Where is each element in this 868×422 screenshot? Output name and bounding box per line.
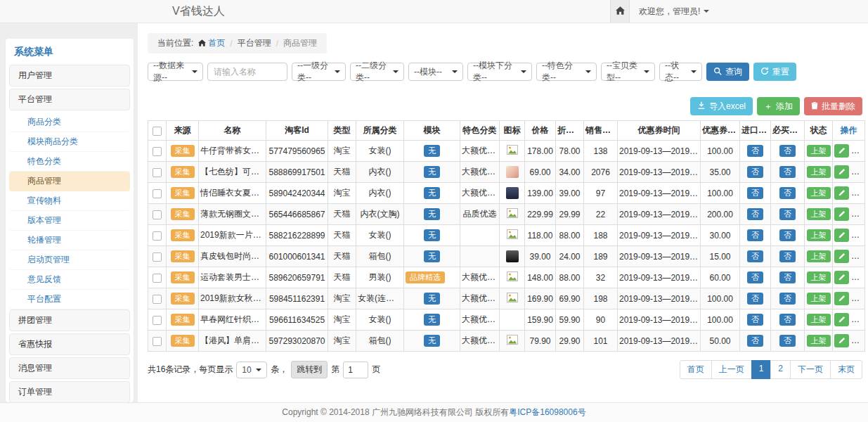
row-checkbox[interactable] <box>153 316 162 325</box>
must-buy-toggle[interactable]: 否 <box>779 208 796 220</box>
user-menu[interactable]: 欢迎您，管理员! <box>630 0 709 23</box>
edit-button[interactable] <box>834 292 849 305</box>
sidebar-item-carousel-management[interactable]: 轮播管理 <box>9 231 130 250</box>
edit-button[interactable] <box>834 144 849 158</box>
must-buy-toggle[interactable]: 否 <box>779 145 796 157</box>
filter-select-item-type[interactable]: --宝贝类型-- <box>601 63 655 81</box>
table-actions: 导入excel ＋ 添加 批量删除 <box>148 97 862 115</box>
row-checkbox[interactable] <box>153 295 162 304</box>
per-page-select[interactable]: 10 <box>236 362 267 378</box>
sidebar-item-feedback[interactable]: 意见反馈 <box>9 270 130 290</box>
must-buy-toggle[interactable]: 否 <box>779 250 796 262</box>
sidebar-item-splash-page-management[interactable]: 启动页管理 <box>9 250 130 270</box>
sidebar-item-group-buy-management[interactable]: 拼团管理 <box>9 309 130 331</box>
sidebar-item-special-category[interactable]: 特色分类 <box>9 152 130 172</box>
edit-button[interactable] <box>834 334 849 347</box>
pager-last[interactable]: 末页 <box>830 360 862 379</box>
sidebar-item-platform-config[interactable]: 平台配置 <box>9 290 130 309</box>
edit-button[interactable] <box>834 250 849 263</box>
row-select-cell <box>148 331 167 352</box>
pager-page-1[interactable]: 1 <box>751 360 772 379</box>
sidebar-item-user-management[interactable]: 用户管理 <box>9 65 130 87</box>
filter-select-label: --二级分类-- <box>356 60 389 84</box>
page-number-input[interactable] <box>343 362 368 378</box>
imported-toggle[interactable]: 否 <box>747 314 763 326</box>
row-checkbox[interactable] <box>153 210 162 219</box>
import-excel-button[interactable]: 导入excel <box>690 97 753 115</box>
row-checkbox[interactable] <box>153 168 162 177</box>
must-buy-toggle[interactable]: 否 <box>779 271 796 283</box>
pager-first[interactable]: 首页 <box>680 360 712 379</box>
status-badge[interactable]: 上架 <box>807 229 831 241</box>
row-checkbox[interactable] <box>153 337 162 346</box>
imported-toggle[interactable]: 否 <box>747 145 763 157</box>
imported-toggle[interactable]: 否 <box>747 187 763 199</box>
imported-toggle[interactable]: 否 <box>747 271 763 283</box>
add-button[interactable]: ＋ 添加 <box>757 97 800 115</box>
imported-toggle[interactable]: 否 <box>747 293 763 305</box>
edit-button[interactable] <box>834 271 849 284</box>
name-search-input[interactable] <box>207 63 287 81</box>
select-all-checkbox[interactable] <box>153 127 162 136</box>
edit-button[interactable] <box>834 165 849 179</box>
status-badge[interactable]: 上架 <box>807 187 831 199</box>
sidebar-item-goods-category[interactable]: 商品分类 <box>9 113 130 132</box>
pager-prev[interactable]: 上一页 <box>711 360 752 379</box>
sidebar-item-saving-express[interactable]: 省惠快报 <box>9 333 130 355</box>
edit-button[interactable] <box>834 207 849 221</box>
imported-toggle[interactable]: 否 <box>747 166 763 178</box>
sidebar-item-platform-management[interactable]: 平台管理 <box>9 89 130 110</box>
filter-select-module[interactable]: --模块-- <box>408 63 463 81</box>
jump-button[interactable]: 跳转到 <box>291 361 328 378</box>
status-badge[interactable]: 上架 <box>807 250 831 262</box>
status-badge[interactable]: 上架 <box>807 335 831 347</box>
sidebar-item-order-management[interactable]: 订单管理 <box>9 381 130 402</box>
status-badge[interactable]: 上架 <box>807 166 831 178</box>
status-badge[interactable]: 上架 <box>807 293 831 305</box>
imported-toggle[interactable]: 否 <box>747 208 763 220</box>
pager-page-2[interactable]: 2 <box>770 360 791 379</box>
sidebar-item-message-management[interactable]: 消息管理 <box>9 357 130 379</box>
must-buy-toggle[interactable]: 否 <box>779 335 796 347</box>
row-checkbox[interactable] <box>153 274 162 283</box>
row-checkbox[interactable] <box>153 147 162 156</box>
batch-delete-button[interactable]: 批量删除 <box>804 97 862 115</box>
module-badge: 品牌精选 <box>406 271 445 283</box>
row-checkbox[interactable] <box>153 231 162 241</box>
sidebar-item-module-goods-category[interactable]: 模块商品分类 <box>9 132 130 152</box>
status-badge[interactable]: 上架 <box>807 208 831 220</box>
coupon-time-cell: 2019-09-13—2019-09-18 <box>618 162 701 183</box>
icp-link[interactable]: 粤ICP备16098006号 <box>509 407 585 418</box>
status-badge[interactable]: 上架 <box>807 145 831 157</box>
status-badge[interactable]: 上架 <box>807 314 831 326</box>
reset-button[interactable]: 重置 <box>753 63 796 81</box>
row-checkbox[interactable] <box>153 189 162 198</box>
edit-button[interactable] <box>834 186 849 200</box>
filter-select-special-category[interactable]: --特色分类-- <box>536 63 597 81</box>
must-buy-toggle[interactable]: 否 <box>779 314 796 326</box>
sidebar-item-goods-management[interactable]: 商品管理 <box>9 172 130 191</box>
must-buy-toggle[interactable]: 否 <box>779 229 796 241</box>
imported-toggle[interactable]: 否 <box>747 335 763 347</box>
edit-button[interactable] <box>834 313 849 326</box>
filter-select-level1-category[interactable]: --一级分类-- <box>292 63 346 81</box>
breadcrumb-home-link[interactable]: 首页 <box>198 37 225 49</box>
col-header-coupon-time: 优惠券时间 <box>618 121 701 141</box>
filter-select-data-source[interactable]: --数据来源-- <box>148 63 203 81</box>
edit-button[interactable] <box>834 229 849 242</box>
imported-toggle[interactable]: 否 <box>747 229 763 241</box>
must-buy-toggle[interactable]: 否 <box>779 293 796 305</box>
filter-select-status[interactable]: --状态-- <box>659 63 702 81</box>
must-buy-toggle[interactable]: 否 <box>779 187 796 199</box>
status-badge[interactable]: 上架 <box>807 271 831 283</box>
imported-toggle[interactable]: 否 <box>747 250 763 262</box>
sidebar-item-version-management[interactable]: 版本管理 <box>9 211 130 231</box>
filter-select-level2-category[interactable]: --二级分类-- <box>350 63 404 81</box>
pager-next[interactable]: 下一页 <box>790 360 831 379</box>
must-buy-toggle[interactable]: 否 <box>779 166 796 178</box>
row-checkbox[interactable] <box>153 252 162 262</box>
search-button[interactable]: 查询 <box>706 63 749 81</box>
sidebar-item-promo-materials[interactable]: 宣传物料 <box>9 191 130 211</box>
filter-select-module-sub-category[interactable]: --模块下分类-- <box>467 63 532 81</box>
home-button[interactable] <box>610 0 630 23</box>
